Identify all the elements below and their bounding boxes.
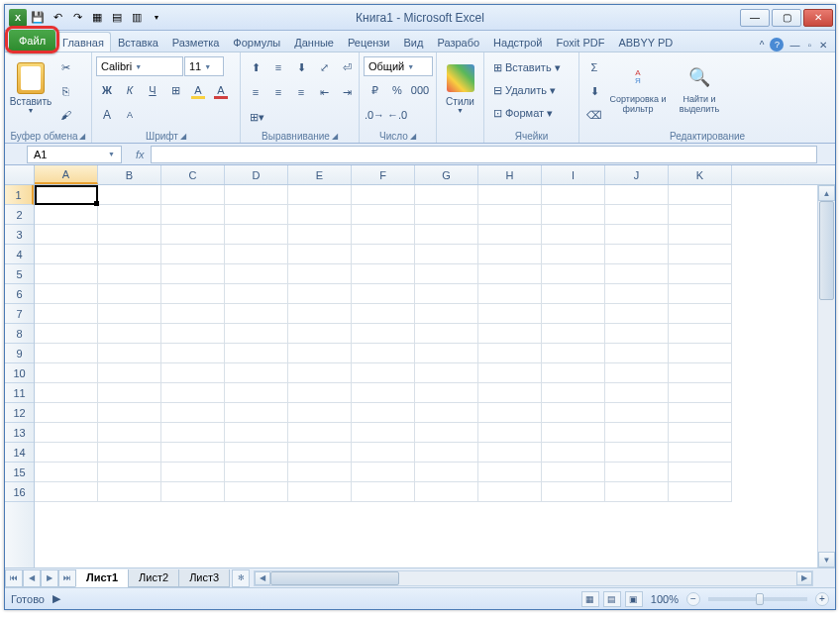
dialog-launcher-icon[interactable]: ◢: [180, 132, 186, 141]
cell[interactable]: [478, 245, 542, 264]
cell[interactable]: [288, 284, 352, 304]
cell[interactable]: [225, 324, 288, 344]
cell[interactable]: [288, 185, 352, 205]
scroll-right-icon[interactable]: ▶: [796, 571, 812, 585]
sheet-next-icon[interactable]: ▶: [41, 569, 58, 587]
cell[interactable]: [98, 185, 161, 205]
column-header[interactable]: H: [478, 165, 542, 184]
cell[interactable]: [415, 463, 478, 482]
close-button[interactable]: ✕: [803, 9, 833, 27]
cell[interactable]: [352, 185, 415, 205]
percent-icon[interactable]: %: [386, 79, 408, 101]
cell[interactable]: [415, 423, 478, 443]
zoom-out-button[interactable]: −: [686, 592, 700, 606]
cell[interactable]: [542, 383, 605, 403]
cell[interactable]: [288, 344, 352, 363]
column-header[interactable]: C: [161, 165, 225, 184]
row-header[interactable]: 10: [5, 363, 34, 383]
cell[interactable]: [542, 344, 605, 363]
orientation-icon[interactable]: ⤢: [313, 56, 335, 78]
save-icon[interactable]: 💾: [29, 9, 47, 27]
cell[interactable]: [542, 324, 605, 344]
dialog-launcher-icon[interactable]: ◢: [410, 132, 416, 141]
cell[interactable]: [161, 284, 225, 304]
cell[interactable]: [161, 383, 225, 403]
cell[interactable]: [669, 304, 732, 324]
cell[interactable]: [98, 363, 161, 383]
cell[interactable]: [352, 363, 415, 383]
redo-icon[interactable]: ↷: [68, 9, 86, 27]
name-box[interactable]: A1 ▼: [27, 146, 122, 163]
cell[interactable]: [542, 225, 605, 245]
cell[interactable]: [225, 363, 288, 383]
cell[interactable]: [225, 423, 288, 443]
paste-button[interactable]: Вставить ▼: [9, 54, 52, 122]
cell[interactable]: [288, 482, 352, 502]
cell[interactable]: [352, 403, 415, 423]
row-header[interactable]: 7: [5, 304, 34, 324]
cell[interactable]: [98, 284, 161, 304]
cell[interactable]: [288, 443, 352, 463]
cell[interactable]: [415, 383, 478, 403]
cell[interactable]: [415, 205, 478, 225]
cell[interactable]: [415, 304, 478, 324]
tab-вставка[interactable]: Вставка: [111, 32, 165, 52]
help-icon[interactable]: ?: [770, 38, 784, 52]
cell[interactable]: [542, 245, 605, 264]
column-header[interactable]: F: [352, 165, 415, 184]
cell[interactable]: [35, 245, 98, 264]
tab-главная[interactable]: Главная: [55, 32, 111, 52]
cell[interactable]: [415, 344, 478, 363]
cell[interactable]: [35, 443, 98, 463]
column-header[interactable]: B: [98, 165, 161, 184]
cell[interactable]: [415, 185, 478, 205]
cell[interactable]: [605, 264, 669, 284]
cell[interactable]: [352, 304, 415, 324]
cell[interactable]: [288, 423, 352, 443]
find-select-button[interactable]: 🔍 Найти и выделить: [671, 54, 728, 122]
cell[interactable]: [352, 383, 415, 403]
cell[interactable]: [669, 443, 732, 463]
cell[interactable]: [288, 463, 352, 482]
cell[interactable]: [352, 463, 415, 482]
cell[interactable]: [605, 225, 669, 245]
cell[interactable]: [415, 482, 478, 502]
column-header[interactable]: J: [605, 165, 669, 184]
cell[interactable]: [605, 324, 669, 344]
cell[interactable]: [161, 443, 225, 463]
row-header[interactable]: 3: [5, 225, 34, 245]
horizontal-scrollbar[interactable]: ◀ ▶: [254, 570, 813, 586]
cell[interactable]: [669, 185, 732, 205]
grow-font-icon[interactable]: A: [96, 104, 118, 126]
cell[interactable]: [225, 482, 288, 502]
cell[interactable]: [415, 225, 478, 245]
dialog-launcher-icon[interactable]: ◢: [332, 132, 338, 141]
merge-button[interactable]: ⊞▾: [245, 106, 269, 128]
cells-area[interactable]: [35, 185, 817, 567]
cell[interactable]: [288, 363, 352, 383]
insert-cells-button[interactable]: ⊞ Вставить ▾: [488, 56, 566, 78]
cell[interactable]: [225, 284, 288, 304]
doc-restore-icon[interactable]: ▫: [805, 40, 813, 51]
cell[interactable]: [225, 443, 288, 463]
column-header[interactable]: A: [35, 165, 98, 184]
active-cell-cursor[interactable]: [35, 185, 98, 205]
cut-icon[interactable]: ✂: [54, 56, 76, 78]
cell[interactable]: [288, 245, 352, 264]
cell[interactable]: [542, 363, 605, 383]
cell[interactable]: [161, 363, 225, 383]
cell[interactable]: [669, 344, 732, 363]
cell[interactable]: [98, 423, 161, 443]
cell[interactable]: [352, 423, 415, 443]
italic-button[interactable]: К: [119, 79, 141, 101]
cell[interactable]: [478, 423, 542, 443]
cell[interactable]: [605, 443, 669, 463]
cell[interactable]: [352, 324, 415, 344]
cell[interactable]: [542, 304, 605, 324]
doc-close-icon[interactable]: ✕: [817, 40, 829, 51]
dialog-launcher-icon[interactable]: ◢: [79, 132, 85, 141]
cell[interactable]: [35, 324, 98, 344]
row-header[interactable]: 8: [5, 324, 34, 344]
cell[interactable]: [35, 225, 98, 245]
cell[interactable]: [415, 443, 478, 463]
